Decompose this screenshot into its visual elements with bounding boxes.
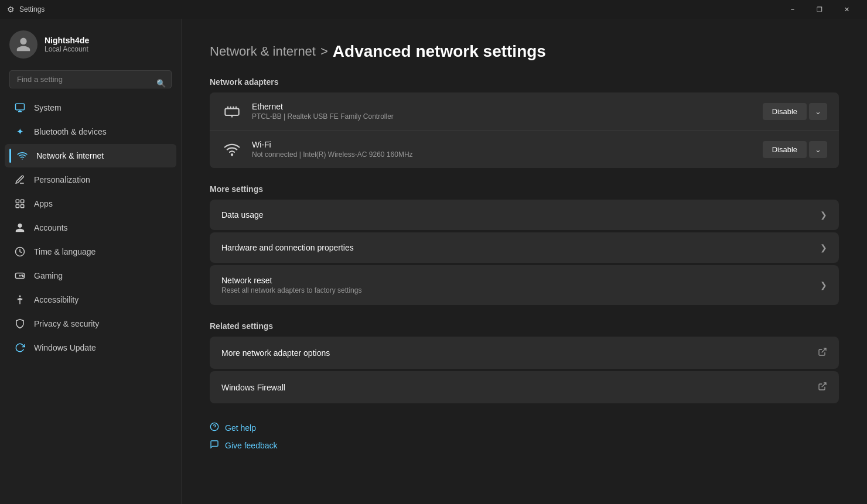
give-feedback-label: Give feedback (225, 441, 278, 450)
sidebar-item-network-label: Network & internet (36, 151, 167, 160)
avatar (9, 30, 37, 59)
network-reset-row[interactable]: Network reset Reset all network adapters… (210, 265, 839, 305)
windows-firewall-title: Windows Firewall (221, 383, 818, 392)
sidebar-item-gaming[interactable]: Gaming (5, 264, 176, 287)
sidebar-item-time[interactable]: Time & language (5, 240, 176, 263)
more-adapter-options-row[interactable]: More network adapter options (210, 337, 839, 369)
give-feedback-icon (210, 440, 219, 451)
sidebar-item-gaming-label: Gaming (34, 271, 167, 280)
sidebar-item-accounts[interactable]: Accounts (5, 216, 176, 239)
sidebar-item-personalization[interactable]: Personalization (5, 168, 176, 191)
network-reset-subtitle: Reset all network adapters to factory se… (221, 286, 820, 294)
sidebar-item-privacy[interactable]: Privacy & security (5, 312, 176, 335)
data-usage-content: Data usage (221, 210, 820, 220)
svg-point-10 (23, 276, 24, 277)
data-usage-chevron-icon: ❯ (820, 210, 827, 220)
svg-line-19 (822, 348, 826, 352)
network-reset-content: Network reset Reset all network adapters… (221, 276, 820, 294)
svg-point-11 (19, 296, 21, 297)
sidebar-item-network[interactable]: Network & internet (5, 144, 176, 167)
sidebar-item-apps[interactable]: Apps (5, 192, 176, 215)
network-reset-chevron-icon: ❯ (820, 280, 827, 290)
ethernet-name: Ethernet (252, 102, 753, 111)
sidebar: Nightsh4de Local Account 🔍 System ✦ Blue… (0, 19, 182, 504)
close-button[interactable]: ✕ (833, 0, 860, 19)
app-container: Nightsh4de Local Account 🔍 System ✦ Blue… (0, 19, 867, 504)
svg-rect-1 (16, 200, 19, 203)
sidebar-item-system[interactable]: System (5, 96, 176, 119)
titlebar-title: Settings (19, 5, 45, 13)
breadcrumb: Network & internet > Advanced network se… (210, 42, 839, 61)
sidebar-item-accessibility[interactable]: Accessibility (5, 288, 176, 311)
hardware-properties-row[interactable]: Hardware and connection properties ❯ (210, 232, 839, 263)
wifi-expand-button[interactable]: ⌄ (809, 141, 827, 158)
titlebar-controls: − ❐ ✕ (779, 0, 860, 19)
search-input[interactable] (9, 70, 172, 88)
nav-list: System ✦ Bluetooth & devices Network & i… (0, 95, 181, 360)
sidebar-item-system-label: System (34, 103, 167, 112)
data-usage-row[interactable]: Data usage ❯ (210, 200, 839, 230)
wifi-controls: Disable ⌄ (763, 141, 827, 158)
privacy-icon (14, 318, 26, 330)
ethernet-info: Ethernet PTCL-BB | Realtek USB FE Family… (252, 102, 753, 121)
svg-point-18 (231, 154, 233, 155)
more-adapter-options-title: More network adapter options (221, 348, 818, 358)
hardware-properties-content: Hardware and connection properties (221, 243, 820, 252)
breadcrumb-parent[interactable]: Network & internet (210, 44, 316, 59)
windows-firewall-external-icon (818, 382, 827, 393)
related-settings-heading: Related settings (210, 321, 839, 331)
network-reset-title: Network reset (221, 276, 820, 285)
titlebar-left: ⚙ Settings (7, 5, 45, 14)
sidebar-item-privacy-label: Privacy & security (34, 319, 167, 328)
update-icon (14, 342, 26, 354)
titlebar: ⚙ Settings − ❐ ✕ (0, 0, 867, 19)
sidebar-item-accessibility-label: Accessibility (34, 295, 167, 304)
sidebar-item-bluetooth-label: Bluetooth & devices (34, 127, 167, 136)
wifi-adapter-item: Wi-Fi Not connected | Intel(R) Wireless-… (210, 131, 839, 168)
profile-type: Local Account (45, 45, 89, 53)
get-help-label: Get help (225, 423, 256, 433)
svg-line-20 (822, 383, 826, 387)
minimize-button[interactable]: − (779, 0, 806, 19)
maximize-button[interactable]: ❐ (806, 0, 833, 19)
user-icon (15, 36, 32, 53)
wifi-desc: Not connected | Intel(R) Wireless-AC 926… (252, 150, 753, 159)
sidebar-item-update-label: Windows Update (34, 343, 167, 352)
profile-area[interactable]: Nightsh4de Local Account (0, 19, 181, 68)
more-adapter-options-content: More network adapter options (221, 348, 818, 358)
ethernet-expand-button[interactable]: ⌄ (809, 103, 827, 120)
windows-firewall-row[interactable]: Windows Firewall (210, 371, 839, 403)
personalization-icon (14, 174, 26, 186)
more-settings-section: More settings Data usage ❯ Hardware and … (210, 184, 839, 305)
svg-rect-0 (16, 104, 25, 110)
get-help-icon (210, 422, 219, 434)
wifi-disable-button[interactable]: Disable (763, 141, 807, 158)
windows-firewall-content: Windows Firewall (221, 383, 818, 392)
svg-rect-3 (16, 205, 19, 208)
sidebar-item-update[interactable]: Windows Update (5, 336, 176, 359)
give-feedback-link[interactable]: Give feedback (210, 440, 839, 451)
ethernet-desc: PTCL-BB | Realtek USB FE Family Controll… (252, 112, 753, 121)
bottom-links: Get help Give feedback (210, 422, 839, 451)
accessibility-icon (14, 294, 26, 306)
svg-rect-2 (21, 200, 24, 203)
adapters-heading: Network adapters (210, 77, 839, 87)
data-usage-title: Data usage (221, 210, 820, 220)
hardware-properties-title: Hardware and connection properties (221, 243, 820, 252)
related-settings-section: Related settings More network adapter op… (210, 321, 839, 403)
accounts-icon (14, 222, 26, 234)
get-help-link[interactable]: Get help (210, 422, 839, 434)
ethernet-controls: Disable ⌄ (763, 103, 827, 120)
search-container: 🔍 (0, 68, 181, 95)
ethernet-disable-button[interactable]: Disable (763, 103, 807, 120)
time-icon (14, 246, 26, 258)
svg-rect-4 (21, 205, 24, 208)
sidebar-item-apps-label: Apps (34, 199, 167, 208)
more-settings-heading: More settings (210, 184, 839, 194)
ethernet-icon (221, 101, 243, 122)
network-icon (16, 150, 28, 162)
breadcrumb-separator: > (320, 44, 328, 59)
sidebar-item-bluetooth[interactable]: ✦ Bluetooth & devices (5, 120, 176, 143)
wifi-icon (221, 139, 243, 160)
system-icon (14, 102, 26, 114)
